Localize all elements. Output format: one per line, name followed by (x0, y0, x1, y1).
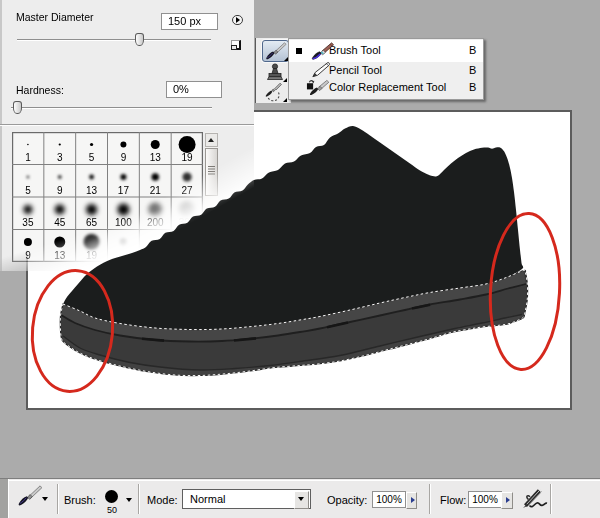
svg-text:21: 21 (150, 185, 162, 196)
svg-text:5: 5 (89, 152, 95, 163)
svg-text:9: 9 (57, 185, 63, 196)
svg-text:65: 65 (86, 217, 98, 228)
svg-text:19: 19 (182, 152, 194, 163)
svg-text:100: 100 (115, 217, 132, 228)
svg-text:9: 9 (121, 152, 127, 163)
svg-text:13: 13 (54, 250, 66, 261)
svg-text:27: 27 (182, 185, 194, 196)
svg-text:35: 35 (22, 217, 34, 228)
svg-text:17: 17 (118, 185, 130, 196)
svg-text:13: 13 (86, 185, 98, 196)
svg-text:9: 9 (25, 250, 31, 261)
svg-text:300: 300 (179, 217, 196, 228)
svg-text:45: 45 (54, 217, 66, 228)
svg-text:1: 1 (25, 152, 31, 163)
svg-text:13: 13 (150, 152, 162, 163)
svg-text:3: 3 (57, 152, 63, 163)
svg-text:5: 5 (25, 185, 31, 196)
svg-text:19: 19 (86, 250, 98, 261)
svg-text:200: 200 (147, 217, 164, 228)
